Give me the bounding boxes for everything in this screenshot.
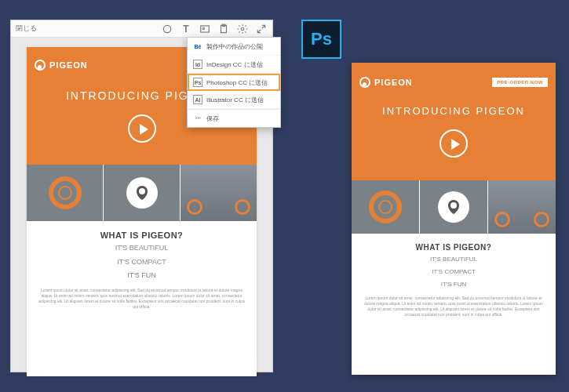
thumbnail-bird [419,180,487,234]
dropdown-item-save[interactable]: ⋯ 保存 [188,110,280,127]
brand-name: PIGEON [49,60,88,70]
photoshop-app-label: Ps [311,29,332,49]
dropdown-label: Illustrator CC に送信 [206,96,264,104]
dropdown-label: InDesign CC に送信 [206,60,263,69]
tagline-3: IT'S FUN [363,280,545,289]
thumbnail-row [352,180,556,234]
dropdown-item-photoshop[interactable]: Ps Photoshop CC に送信 [188,74,280,91]
export-dropdown: Bē 製作中の作品の公開 Id InDesign CC に送信 Ps Photo… [187,37,281,128]
dropdown-label: 製作中の作品の公開 [206,42,263,51]
preorder-button[interactable]: PRE-ORDER NOW [492,78,548,87]
draw-tool-icon[interactable] [161,23,173,35]
svg-point-2 [202,27,204,29]
photoshop-app-icon: Ps [301,20,341,59]
play-button-icon[interactable] [440,129,468,158]
indesign-icon: Id [193,60,202,69]
brand-header: PIGEON PRE-ORDER NOW [352,72,556,93]
thumbnail-wheel [352,180,419,234]
svg-point-0 [163,25,170,32]
preview-panel: PIGEON PRE-ORDER NOW INTRODUCING PIGEON … [352,63,556,375]
wheel-icon [369,191,402,223]
scooter-icon [181,165,257,221]
wheel-icon [49,176,82,209]
tagline-3: IT'S FUN [38,270,246,281]
logo-mark-icon [35,60,46,71]
close-button[interactable]: 閉じる [16,24,37,34]
toolbar: T [161,23,268,35]
illustrator-icon: Ai [193,95,202,104]
thumbnail-wheel [27,165,103,221]
bird-icon [126,177,158,209]
behance-icon: Bē [193,42,202,51]
image-tool-icon[interactable] [199,23,211,35]
hero-section: PIGEON PRE-ORDER NOW INTRODUCING PIGEON [352,63,556,180]
svg-point-5 [241,27,244,31]
hero-title: INTRODUCING PIGEON [352,105,556,117]
dropdown-label: Photoshop CC に送信 [206,78,268,87]
thumbnail-bird [103,165,180,221]
editor-titlebar: 閉じる T [11,20,272,38]
thumbnail-scooter [487,180,556,234]
info-section: WHAT IS PIGEON? IT'S BEAUTIFUL IT'S COMP… [27,221,257,319]
play-button-icon[interactable] [128,114,156,143]
settings-tool-icon[interactable] [236,23,249,35]
tagline-1: IT'S BEAUTIFUL [363,255,545,264]
thumbnail-row [27,165,257,221]
section-title: WHAT IS PIGEON? [38,230,246,240]
dropdown-item-indesign[interactable]: Id InDesign CC に送信 [188,56,280,74]
svg-rect-1 [201,25,210,31]
section-title: WHAT IS PIGEON? [363,243,545,252]
dropdown-item-behance[interactable]: Bē 製作中の作品の公開 [188,38,280,56]
more-icon: ⋯ [193,114,202,123]
lorem-text: Lorem ipsum dolor sit amet, consectetur … [363,296,545,318]
info-section: WHAT IS PIGEON? IT'S BEAUTIFUL IT'S COMP… [352,234,556,327]
logo-mark-icon [359,77,370,88]
tagline-2: IT'S COMPACT [38,257,246,268]
brand-name: PIGEON [374,78,413,87]
expand-tool-icon[interactable] [255,23,268,35]
bird-icon [438,191,469,223]
thumbnail-scooter [180,165,257,221]
tagline-2: IT'S COMPACT [363,267,545,277]
scooter-icon [488,180,556,234]
photoshop-icon: Ps [193,78,202,87]
dropdown-item-illustrator[interactable]: Ai Illustrator CC に送信 [188,91,280,109]
lorem-text: Lorem ipsum dolor sit amet, consectetur … [38,288,246,310]
dropdown-label: 保存 [206,114,219,123]
clipboard-tool-icon[interactable] [217,23,230,35]
tagline-1: IT'S BEAUTIFUL [38,243,246,254]
text-tool-icon[interactable]: T [180,23,192,35]
